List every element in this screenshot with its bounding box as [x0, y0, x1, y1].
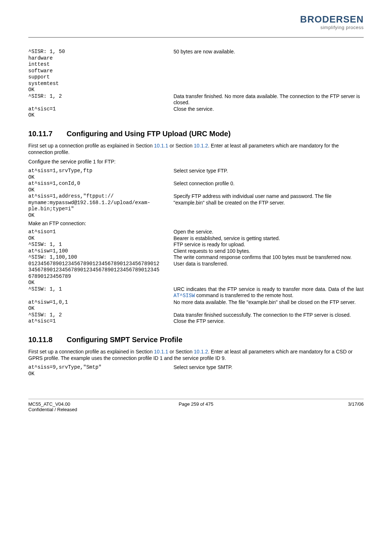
explanation-text	[173, 187, 364, 194]
doc-class: Confidential / Released	[28, 407, 140, 412]
configure-line: Configure the service profile 1 for FTP:	[28, 158, 364, 165]
section-number: 10.11.8	[28, 336, 65, 344]
page-footer: MC55_ATC_V04.00 Confidential / Released …	[28, 401, 364, 412]
brand-logo-block: BRODERSEN simplifying process	[300, 15, 364, 30]
header-rule	[28, 37, 364, 38]
code-explain-row: ^SISW: 1, 2Data transfer finished succes…	[28, 312, 364, 319]
terminal-text: ^SISR: 1, 50	[28, 49, 173, 55]
explanation-text: Open the service.	[173, 229, 364, 235]
code-explain-row: OK	[28, 371, 364, 377]
section-number: 10.11.7	[28, 130, 65, 138]
code-explain-row: software	[28, 68, 364, 74]
code-explain-row: systemtest	[28, 81, 364, 87]
doc-date: 3/17/06	[252, 401, 364, 407]
terminal-text: OK	[28, 87, 173, 93]
explanation-text	[173, 174, 364, 181]
code-explain-row: OK	[28, 174, 364, 181]
code-explain-row: 0123456789012345678901234567890123456789…	[28, 261, 364, 280]
code-explain-row: inttest	[28, 61, 364, 68]
code-explain-row: at^siso=1Open the service.	[28, 229, 364, 235]
terminal-text: ^SISW: 1,100,100	[28, 254, 173, 261]
explanation-text: User data is transferred.	[173, 261, 364, 280]
terminal-text: inttest	[28, 61, 173, 68]
text: command is transferred to the remote hos…	[195, 292, 294, 298]
code-explain-row: ^SISR: 1, 2Data transfer finished. No mo…	[28, 93, 364, 106]
code-explain-row: OK	[28, 280, 364, 286]
footer-left: MC55_ATC_V04.00 Confidential / Released	[28, 401, 140, 412]
section8-intro: First set up a connection profile as exp…	[28, 348, 364, 361]
terminal-text: at^sisw=1,100	[28, 248, 173, 255]
doc-id: MC55_ATC_V04.00	[28, 401, 140, 407]
explanation-text	[173, 55, 364, 62]
explanation-text: The write command response confirms that…	[173, 254, 364, 261]
explanation-text: Data transfer finished successfully. The…	[173, 312, 364, 319]
explanation-text: Select service type SMTP.	[173, 364, 364, 371]
xref-link[interactable]: 10.1.2	[194, 349, 208, 355]
code-explain-block-sec8: at^siss=9,srvType,"Smtp"Select service t…	[28, 364, 364, 377]
terminal-text: at^sisw=1,0,1	[28, 299, 173, 306]
terminal-text: hardware	[28, 55, 173, 62]
explanation-text	[173, 280, 364, 286]
code-explain-row: OK	[28, 87, 364, 93]
terminal-text: systemtest	[28, 81, 173, 87]
section-heading-10-11-7: 10.11.7 Configuring and Using FTP Upload…	[28, 130, 364, 138]
section7-intro: First set up a connection profile as exp…	[28, 142, 364, 155]
code-explain-row: at^sisc=1Close the service.	[28, 106, 364, 113]
terminal-text: support	[28, 74, 173, 81]
page-number: Page 259 of 475	[140, 401, 252, 407]
code-explain-row: ^SISR: 1, 5050 bytes are now available.	[28, 49, 364, 55]
brand-tagline: simplifying process	[300, 25, 364, 30]
code-explain-row: hardware	[28, 55, 364, 62]
code-explain-row: ^SISW: 1, 1URC indicates that the FTP se…	[28, 286, 364, 299]
terminal-text: 0123456789012345678901234567890123456789…	[28, 261, 173, 280]
terminal-text: OK	[28, 280, 173, 286]
explanation-text: Close the service.	[173, 106, 364, 113]
terminal-text: OK	[28, 112, 173, 119]
terminal-text: ^SISW: 1, 1	[28, 286, 173, 299]
code-explain-row: at^sisc=1Close the FTP service.	[28, 318, 364, 325]
explanation-text	[173, 61, 364, 68]
explanation-text: Specify FTP address with individual user…	[173, 193, 364, 212]
explanation-text	[173, 212, 364, 219]
xref-link[interactable]: 10.1.1	[154, 349, 168, 355]
xref-link[interactable]: 10.1.1	[154, 143, 168, 149]
explanation-text	[173, 74, 364, 81]
terminal-text: at^sisc=1	[28, 106, 173, 113]
explanation-text: Client requests to send 100 bytes.	[173, 248, 364, 255]
code-explain-row: at^sisw=1,100Client requests to send 100…	[28, 248, 364, 255]
code-explain-block-conn: at^siso=1Open the service.OKBearer is es…	[28, 229, 364, 325]
text: URC indicates that the FTP service is re…	[173, 286, 364, 292]
code-explain-row: at^siss=9,srvType,"Smtp"Select service t…	[28, 364, 364, 371]
code-explain-row: at^sisw=1,0,1No more data available. The…	[28, 299, 364, 306]
terminal-text: OK	[28, 371, 173, 377]
terminal-text: OK	[28, 174, 173, 181]
code-explain-row: at^siss=1,address,"ftpput:// myname:mypa…	[28, 193, 364, 212]
terminal-text: at^siss=1,address,"ftpput:// myname:mypa…	[28, 193, 173, 212]
terminal-text: OK	[28, 212, 173, 219]
explanation-text: Data transfer finished. No more data ava…	[173, 93, 364, 106]
xref-link[interactable]: 10.1.2	[194, 143, 208, 149]
explanation-text: Bearer is established, service is gettin…	[173, 235, 364, 242]
terminal-text: at^siss=9,srvType,"Smtp"	[28, 364, 173, 371]
terminal-text: OK	[28, 305, 173, 312]
explanation-text: No more data available. The file "exampl…	[173, 299, 364, 306]
terminal-text: at^siso=1	[28, 229, 173, 235]
logo-text: BRODERSEN	[300, 14, 364, 25]
explanation-text	[173, 112, 364, 119]
explanation-text: Close the FTP service.	[173, 318, 364, 325]
explanation-text	[173, 87, 364, 93]
explanation-text	[173, 305, 364, 312]
text: First set up a connection profile as exp…	[28, 143, 154, 149]
text: or Section	[168, 349, 194, 355]
inline-code: AT^SISW	[173, 293, 195, 299]
terminal-text: OK	[28, 187, 173, 194]
code-explain-row: OKBearer is established, service is gett…	[28, 235, 364, 242]
terminal-text: at^siss=1,srvType,ftp	[28, 168, 173, 174]
terminal-text: OK	[28, 235, 173, 242]
terminal-text: ^SISW: 1, 1	[28, 242, 173, 248]
code-explain-row: ^SISW: 1,100,100The write command respon…	[28, 254, 364, 261]
terminal-text: at^siss=1,conId,0	[28, 181, 173, 187]
code-explain-row: ^SISW: 1, 1FTP service is ready for uplo…	[28, 242, 364, 248]
brand-logo: BRODERSEN	[300, 15, 364, 24]
terminal-text: ^SISW: 1, 2	[28, 312, 173, 319]
